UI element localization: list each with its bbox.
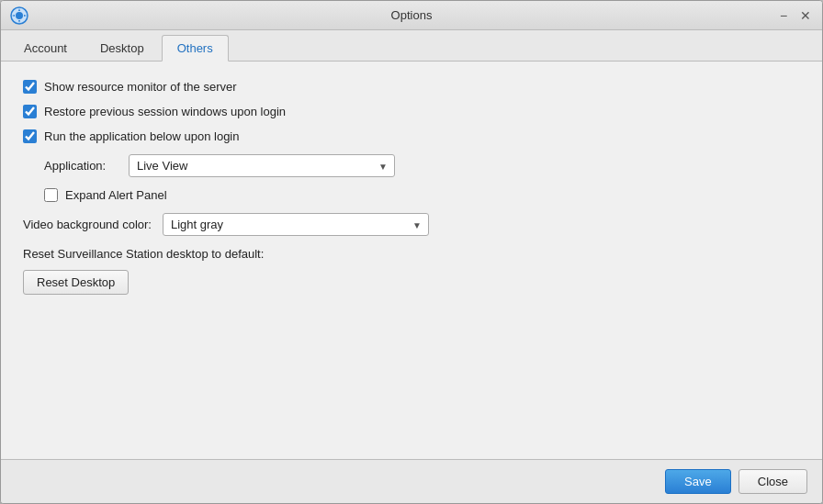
show-resource-checkbox[interactable]: [23, 80, 37, 94]
tab-others[interactable]: Others: [162, 35, 229, 62]
svg-point-1: [16, 12, 23, 19]
tab-others-label: Others: [177, 41, 213, 55]
video-bg-row: Video background color: Light gray Dark …: [23, 213, 800, 236]
close-button[interactable]: Close: [738, 469, 807, 494]
video-bg-label: Video background color:: [23, 218, 152, 231]
minimize-button[interactable]: −: [776, 8, 791, 23]
tab-desktop[interactable]: Desktop: [85, 35, 160, 62]
close-window-button[interactable]: ✕: [798, 8, 813, 23]
expand-alert-checkbox[interactable]: [44, 188, 58, 202]
run-app-login-row: Run the application below upon login: [23, 129, 800, 143]
run-app-login-checkbox[interactable]: [23, 129, 37, 143]
application-label: Application:: [44, 159, 118, 173]
expand-alert-row: Expand Alert Panel: [44, 188, 800, 202]
video-bg-select-wrapper: Light gray Dark gray Black White ▼: [163, 213, 429, 236]
tab-desktop-label: Desktop: [100, 41, 144, 55]
restore-session-row: Restore previous session windows upon lo…: [23, 105, 800, 118]
tab-account-label: Account: [24, 41, 67, 55]
show-resource-row: Show resource monitor of the server: [23, 80, 800, 94]
run-app-login-label[interactable]: Run the application below upon login: [44, 129, 240, 143]
reset-section-label: Reset Surveillance Station desktop to de…: [23, 247, 800, 261]
tab-content: Show resource monitor of the server Rest…: [1, 62, 822, 459]
show-resource-label[interactable]: Show resource monitor of the server: [44, 80, 237, 94]
footer: Save Close: [1, 459, 822, 503]
options-window: Options − ✕ Account Desktop Others Show …: [0, 0, 823, 504]
restore-session-label[interactable]: Restore previous session windows upon lo…: [44, 105, 286, 118]
application-select[interactable]: Live View Event Manager Recording List: [129, 154, 395, 177]
reset-section: Reset Surveillance Station desktop to de…: [23, 247, 800, 261]
application-row: Application: Live View Event Manager Rec…: [44, 154, 800, 177]
video-bg-select[interactable]: Light gray Dark gray Black White: [163, 213, 429, 236]
tab-account[interactable]: Account: [8, 35, 83, 62]
app-icon: [10, 6, 28, 25]
reset-desktop-button[interactable]: Reset Desktop: [23, 270, 129, 295]
title-bar: Options − ✕: [1, 1, 822, 30]
expand-alert-label[interactable]: Expand Alert Panel: [65, 188, 167, 202]
save-button[interactable]: Save: [665, 469, 731, 494]
window-title: Options: [391, 8, 433, 22]
tab-bar: Account Desktop Others: [1, 30, 822, 62]
restore-session-checkbox[interactable]: [23, 105, 37, 118]
application-select-wrapper: Live View Event Manager Recording List ▼: [129, 154, 395, 177]
window-controls: − ✕: [776, 8, 813, 23]
